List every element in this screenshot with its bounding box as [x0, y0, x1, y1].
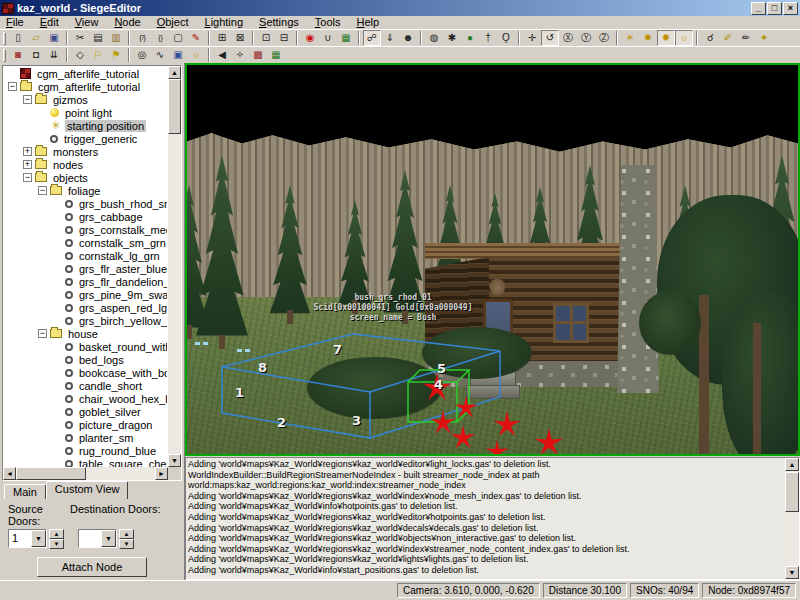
- diamond-mode-button[interactable]: ◇: [71, 47, 89, 63]
- tree-item-gizmos[interactable]: −gizmos: [4, 93, 167, 106]
- rotate-gizmo-button[interactable]: ↺: [541, 30, 559, 46]
- tab-custom-view[interactable]: Custom View: [46, 481, 129, 499]
- node-green-button[interactable]: ▦: [267, 47, 285, 63]
- gas-edit-button[interactable]: { }: [151, 30, 169, 46]
- tree-item-house[interactable]: −house: [4, 327, 167, 340]
- flash-selected-button[interactable]: ✹: [657, 30, 675, 46]
- camera-record-button[interactable]: ◙: [9, 47, 27, 63]
- node-grid-button[interactable]: ⊞: [213, 30, 231, 46]
- record-button[interactable]: ◉: [301, 30, 319, 46]
- tree-item-monsters[interactable]: +monsters: [4, 145, 167, 158]
- attach-node-button[interactable]: Attach Node: [37, 557, 147, 577]
- flash-all-button[interactable]: ✸: [639, 30, 657, 46]
- paste-nodes-button[interactable]: ⊟: [275, 30, 293, 46]
- tree-item-rug-round-blue[interactable]: rug_round_blue: [4, 444, 167, 457]
- lock-z-button[interactable]: Ⓩ: [595, 30, 613, 46]
- tree-item-grs-flr-aster-blue[interactable]: grs_flr_aster_blue: [4, 262, 167, 275]
- expand-icon[interactable]: +: [23, 147, 32, 156]
- tree-item-trigger-generic[interactable]: trigger_generic: [4, 132, 167, 145]
- tree-item-cgm-afterlife-tutorial[interactable]: −cgm_afterlife_tutorial: [4, 80, 167, 93]
- magnet-button[interactable]: ∪: [319, 30, 337, 46]
- tree-item-grs-pine-9m-sway[interactable]: grs_pine_9m_sway: [4, 288, 167, 301]
- cut-button[interactable]: ✂: [71, 30, 89, 46]
- tree-item-grs-aspen-red-lg-sway[interactable]: grs_aspen_red_lg_sway: [4, 301, 167, 314]
- menu-lighting[interactable]: Lighting: [200, 16, 255, 29]
- attach-link-button[interactable]: ☍: [363, 30, 381, 46]
- point-light-tool-button[interactable]: ✦: [755, 30, 773, 46]
- copy-button[interactable]: ▤: [89, 30, 107, 46]
- tree-item-goblet-silver[interactable]: goblet_silver: [4, 405, 167, 418]
- scroll-down-icon[interactable]: ▼: [785, 566, 799, 579]
- tree-item-cornstalk-sm-grn[interactable]: cornstalk_sm_grn: [4, 236, 167, 249]
- lock-y-button[interactable]: Ⓨ: [577, 30, 595, 46]
- object-marker-star[interactable]: [535, 428, 564, 455]
- 3d-viewport[interactable]: 7812354bush_grs_rhod_01Scid[0x00100041] …: [185, 63, 800, 456]
- flag-white-button[interactable]: ⚐: [89, 47, 107, 63]
- scroll-down-icon[interactable]: ▼: [168, 454, 181, 467]
- tree-hscroll-thumb[interactable]: [16, 467, 86, 480]
- scroll-right-icon[interactable]: ►: [155, 467, 168, 480]
- save-file-button[interactable]: ▣: [45, 30, 63, 46]
- menu-object[interactable]: Object: [152, 16, 200, 29]
- menu-node[interactable]: Node: [109, 16, 151, 29]
- tree-item-table-square-cherry-s[interactable]: table_square_cherry_s: [4, 457, 167, 467]
- query-orb-button[interactable]: ◍: [425, 30, 443, 46]
- menu-help[interactable]: Help: [352, 16, 391, 29]
- hand-tool-button[interactable]: ∿: [151, 47, 169, 63]
- tab-main[interactable]: Main: [4, 484, 46, 499]
- light-pen-button[interactable]: ✐: [719, 30, 737, 46]
- lock-x-button[interactable]: Ⓧ: [559, 30, 577, 46]
- scroll-up-icon[interactable]: ▲: [785, 458, 799, 471]
- gizmo-diamond-button[interactable]: ✧: [231, 47, 249, 63]
- paste-button[interactable]: ▥: [107, 30, 125, 46]
- open-file-button[interactable]: ▱: [27, 30, 45, 46]
- bulb-tool-button[interactable]: ☼: [187, 47, 205, 63]
- object-marker-star[interactable]: [494, 411, 521, 436]
- sun-light-button[interactable]: ☀: [621, 30, 639, 46]
- tree-item-cgm-afterlife-tutorial[interactable]: cgm_afterlife_tutorial: [4, 67, 167, 80]
- cubes-alt-button[interactable]: ▩: [249, 47, 267, 63]
- titlebar[interactable]: kaz_world - SiegeEditor _ □ ×: [0, 0, 800, 16]
- edit-pen-button[interactable]: ✏: [737, 30, 755, 46]
- orbit-tool-button[interactable]: ☌: [701, 30, 719, 46]
- tree-item-objects[interactable]: −objects: [4, 171, 167, 184]
- terrain-grid-button[interactable]: ▦: [337, 30, 355, 46]
- cubes-button[interactable]: ▣: [169, 47, 187, 63]
- close-button[interactable]: ×: [783, 2, 798, 15]
- tree-item-planter-sm[interactable]: planter_sm: [4, 431, 167, 444]
- camera-path-button[interactable]: ◘: [27, 47, 45, 63]
- scroll-left-icon[interactable]: ◄: [3, 467, 16, 480]
- collapse-icon[interactable]: −: [23, 173, 32, 182]
- scroll-up-icon[interactable]: ▲: [168, 66, 181, 79]
- move-gizmo-button[interactable]: ✛: [523, 30, 541, 46]
- tree-item-grs-bush-rhod-sm[interactable]: grs_bush_rhod_sm: [4, 197, 167, 210]
- menu-edit[interactable]: Edit: [35, 16, 70, 29]
- spin-up-icon[interactable]: ▲: [49, 529, 64, 539]
- maximize-button[interactable]: □: [767, 2, 782, 15]
- log-vscrollbar[interactable]: ▲ ▼: [785, 458, 799, 579]
- source-doors-spinner[interactable]: ▲ ▼: [49, 529, 64, 549]
- collapse-icon[interactable]: −: [8, 82, 17, 91]
- tree-item-bookcase-with-books[interactable]: bookcase_with_books: [4, 366, 167, 379]
- menu-view[interactable]: View: [70, 16, 110, 29]
- object-marker-star[interactable]: [486, 440, 509, 456]
- spin-down-icon[interactable]: ▼: [49, 539, 64, 549]
- money-bag-button[interactable]: ●: [461, 30, 479, 46]
- tree-item-grs-cabbage[interactable]: grs_cabbage: [4, 210, 167, 223]
- sword-button[interactable]: †: [479, 30, 497, 46]
- paint-brush-button[interactable]: ✎: [187, 30, 205, 46]
- tree-item-chair-wood-hex-back[interactable]: chair_wood_hex_back: [4, 392, 167, 405]
- collapse-icon[interactable]: −: [38, 329, 47, 338]
- menu-tools[interactable]: Tools: [310, 16, 352, 29]
- select-marquee-button[interactable]: ▢: [169, 30, 187, 46]
- camera-drop-button[interactable]: ⇊: [45, 47, 63, 63]
- copy-nodes-button[interactable]: ⊡: [257, 30, 275, 46]
- spin-down-icon[interactable]: ▼: [119, 539, 134, 549]
- tree-item-bed-logs[interactable]: bed_logs: [4, 353, 167, 366]
- new-file-button[interactable]: ▯: [9, 30, 27, 46]
- object-marker-star[interactable]: [451, 425, 476, 449]
- tree-item-grs-cornstalk-med-grn[interactable]: grs_cornstalk_med_grn: [4, 223, 167, 236]
- gas-query-button[interactable]: {?}: [133, 30, 151, 46]
- object-marker-star[interactable]: [455, 396, 478, 418]
- menu-file[interactable]: File: [1, 16, 35, 29]
